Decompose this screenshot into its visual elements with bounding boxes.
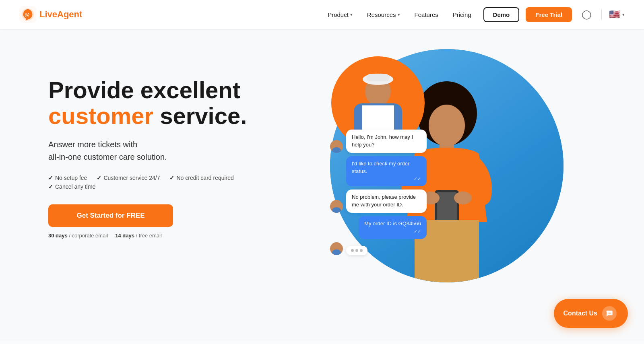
dot-2 xyxy=(355,249,358,252)
svg-point-22 xyxy=(608,313,609,313)
hero-title: Provide excellent customer service. xyxy=(48,77,258,129)
demo-button[interactable]: Demo xyxy=(483,7,520,22)
nav-links: Product ▾ Resources ▾ Features Pricing D… xyxy=(322,7,625,22)
logo-text: LiveAgent xyxy=(39,9,82,20)
dot-3 xyxy=(360,249,363,252)
dot-1 xyxy=(351,249,354,252)
check-cancel: ✓ Cancel any time xyxy=(48,183,95,190)
nav-pricing[interactable]: Pricing xyxy=(447,8,477,21)
chat-message-2: I'd like to check my order status. ✓✓ xyxy=(330,156,427,187)
get-started-button[interactable]: Get Started for FREE xyxy=(48,204,173,227)
svg-point-23 xyxy=(609,313,610,313)
user-bubble-1: I'd like to check my order status. ✓✓ xyxy=(346,156,427,187)
nav-divider xyxy=(601,9,602,20)
svg-point-21 xyxy=(332,249,341,255)
chat-message-1: Hello, I'm John, how may I help you? xyxy=(330,130,427,153)
contact-us-button[interactable]: Contact Us xyxy=(554,299,628,328)
svg-point-14 xyxy=(454,192,472,204)
language-selector[interactable]: 🇺🇸 ▾ xyxy=(609,9,625,20)
user-icon[interactable]: ◯ xyxy=(582,9,592,20)
hero-content: Provide excellent customer service. Answ… xyxy=(48,53,258,239)
nav-resources[interactable]: Resources ▾ xyxy=(361,8,406,21)
svg-point-18 xyxy=(334,202,339,208)
chevron-down-icon: ▾ xyxy=(398,12,400,17)
agent-avatar-2 xyxy=(330,200,343,213)
chat-overlay: Hello, I'm John, how may I help you? I'd… xyxy=(330,130,427,255)
svg-point-20 xyxy=(334,244,339,250)
nav-product[interactable]: Product ▾ xyxy=(322,8,358,21)
contact-us-label: Contact Us xyxy=(564,310,597,317)
logos-strip: Forbes AIRBUS HUAWEI SLIP Go xyxy=(0,340,644,344)
user-bubble-2: My order ID is GQ34566 ✓✓ xyxy=(359,216,427,239)
svg-point-16 xyxy=(334,142,339,148)
logo[interactable]: @ LiveAgent xyxy=(19,6,82,23)
hero-checks: ✓ No setup fee ✓ Customer service 24/7 ✓… xyxy=(48,175,258,190)
check-no-credit-card: ✓ No credit card required xyxy=(169,175,233,181)
svg-text:@: @ xyxy=(25,12,29,18)
agent-bubble-2: No problem, please provide me with your … xyxy=(346,190,427,213)
svg-point-24 xyxy=(610,313,611,313)
agent-avatar-1 xyxy=(330,140,343,153)
svg-point-19 xyxy=(332,207,341,213)
hero-illustration: Hello, I'm John, how may I help you? I'd… xyxy=(322,49,564,290)
hero-section: Provide excellent customer service. Answ… xyxy=(0,29,644,344)
svg-rect-7 xyxy=(367,74,389,81)
chat-message-4: My order ID is GQ34566 ✓✓ xyxy=(330,216,427,239)
chat-bubble-icon xyxy=(605,309,613,317)
agent-bubble-1: Hello, I'm John, how may I help you? xyxy=(346,130,427,153)
svg-point-17 xyxy=(332,147,341,153)
hero-visual: Hello, I'm John, how may I help you? I'd… xyxy=(258,53,612,295)
check-customer-service: ✓ Customer service 24/7 xyxy=(97,175,160,181)
nav-features[interactable]: Features xyxy=(409,8,444,21)
check-no-setup: ✓ No setup fee xyxy=(48,175,87,181)
svg-point-9 xyxy=(429,105,465,146)
hero-subtitle: Answer more tickets withall-in-one custo… xyxy=(48,138,258,163)
flag-icon: 🇺🇸 xyxy=(609,9,620,20)
trial-note: 30 days / corporate email 14 days / free… xyxy=(48,233,258,239)
logo-icon: @ xyxy=(19,6,36,23)
agent-avatar-3 xyxy=(330,242,343,255)
contact-chat-icon xyxy=(602,306,617,321)
navigation: @ LiveAgent Product ▾ Resources ▾ Featur… xyxy=(0,0,644,29)
chat-typing xyxy=(330,242,427,255)
chat-message-3: No problem, please provide me with your … xyxy=(330,190,427,213)
free-trial-button[interactable]: Free Trial xyxy=(526,7,572,22)
lang-chevron-icon: ▾ xyxy=(622,12,625,17)
chevron-down-icon: ▾ xyxy=(350,12,353,17)
typing-indicator xyxy=(346,246,367,255)
